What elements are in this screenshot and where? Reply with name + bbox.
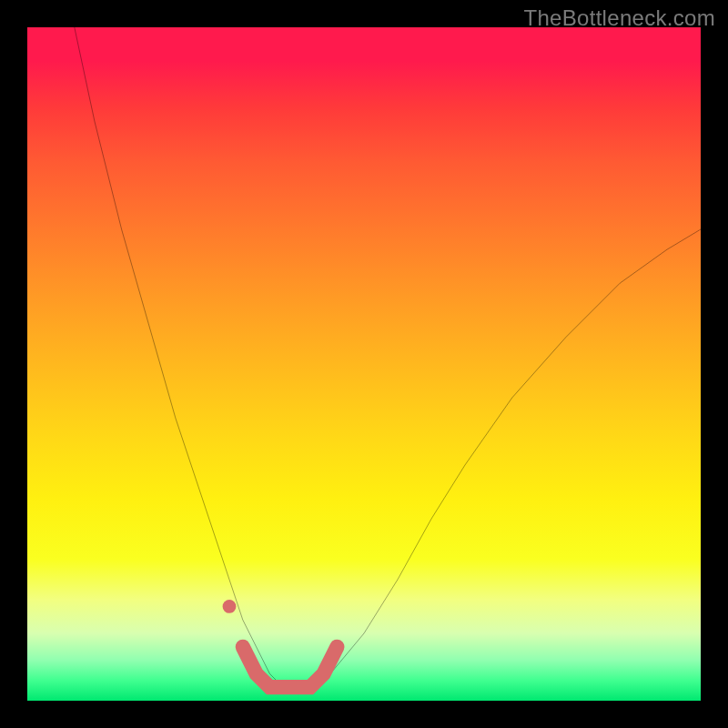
marker-band (243, 647, 338, 687)
chart-area (27, 27, 701, 701)
marker-dot (223, 600, 237, 613)
bottleneck-curve (75, 27, 701, 687)
chart-svg (27, 27, 701, 701)
watermark: TheBottleneck.com (523, 5, 715, 31)
